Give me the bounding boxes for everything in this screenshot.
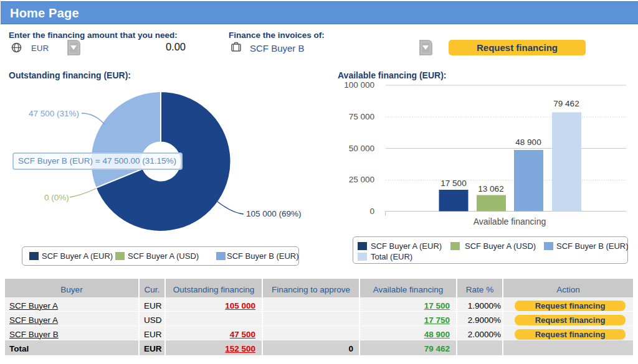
svg-text:50 000: 50 000 (349, 144, 374, 153)
svg-text:47 500 (31%): 47 500 (31%) (29, 109, 79, 118)
svg-text:13 062: 13 062 (478, 184, 503, 194)
svg-text:79 462: 79 462 (553, 99, 579, 108)
svg-text:Available financing: Available financing (474, 217, 546, 226)
svg-text:48 900: 48 900 (515, 138, 541, 147)
svg-text:0: 0 (369, 207, 374, 216)
svg-text:100 000: 100 000 (344, 80, 374, 90)
svg-text:0 (0%): 0 (0%) (44, 193, 69, 202)
svg-text:105 000 (69%): 105 000 (69%) (246, 209, 302, 218)
svg-text:17 500: 17 500 (440, 179, 466, 188)
svg-text:25 000: 25 000 (349, 175, 374, 184)
svg-text:75 000: 75 000 (349, 112, 374, 121)
